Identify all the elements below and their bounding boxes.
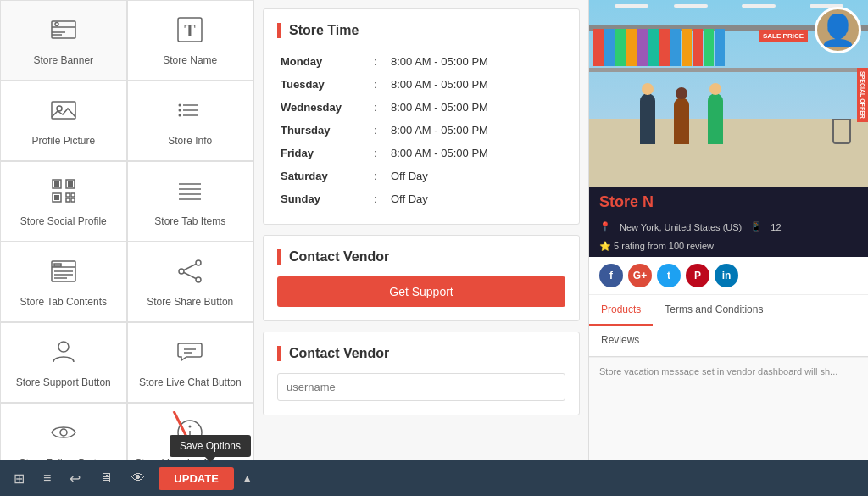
svg-rect-22: [71, 193, 75, 197]
svg-point-2: [55, 23, 58, 26]
vacation-message-preview: Store vacation message set in vendor das…: [589, 357, 868, 460]
svg-rect-16: [54, 181, 59, 187]
svg-rect-23: [66, 198, 70, 202]
eye-toolbar-icon[interactable]: 👁: [126, 467, 150, 489]
vacation-msg-text: Store vacation message set in vendor das…: [599, 366, 837, 376]
time-value: 8:00 AM - 05:00 PM: [387, 96, 565, 119]
separator: :: [370, 142, 387, 164]
sidebar-item-store-social-profile[interactable]: Store Social Profile: [0, 161, 127, 242]
table-row: Sunday : Off Day: [277, 187, 565, 210]
eye-icon: [48, 417, 79, 450]
expand-arrow[interactable]: ▲: [242, 472, 253, 484]
day-label: Tuesday: [277, 73, 370, 96]
google-plus-icon[interactable]: G+: [628, 264, 652, 287]
bottom-toolbar: ⊞ ≡ ↩ 🖥 👁 UPDATE ▲ Save Options: [0, 460, 868, 496]
separator: :: [370, 164, 387, 187]
table-row: Friday : 8:00 AM - 05:00 PM: [277, 142, 565, 164]
sidebar-item-label: Store Tab Items: [154, 215, 225, 227]
settings-icon[interactable]: ≡: [38, 467, 56, 489]
svg-point-12: [179, 104, 181, 107]
sidebar-item-label: Store Social Profile: [20, 215, 107, 227]
sidebar-item-label: Store Banner: [33, 54, 93, 66]
table-row: Wednesday : 8:00 AM - 05:00 PM: [277, 96, 565, 119]
phone-text: 12: [771, 222, 781, 232]
store-time-section: Store Time Monday : 8:00 AM - 05:00 PM T…: [263, 8, 580, 225]
time-value: 8:00 AM - 05:00 PM: [387, 50, 565, 73]
svg-rect-7: [52, 102, 75, 119]
rating-text: 5 rating from 100 review: [614, 241, 714, 251]
location-icon: 📍: [599, 221, 611, 232]
sidebar-item-store-follow-button[interactable]: Store Follow Button: [0, 403, 127, 460]
table-row: Thursday : 8:00 AM - 05:00 PM: [277, 119, 565, 142]
store-name-text: Store N: [599, 193, 654, 210]
sidebar-item-store-banner[interactable]: Store Banner: [0, 0, 127, 81]
sidebar-item-profile-picture[interactable]: Profile Picture: [0, 81, 127, 161]
tab-terms[interactable]: Terms and Conditions: [653, 295, 775, 326]
day-label: Saturday: [277, 164, 370, 187]
sidebar-item-store-tab-items[interactable]: Store Tab Items: [127, 161, 254, 242]
svg-point-35: [196, 260, 201, 265]
support-icon: [48, 337, 79, 370]
store-tabs-bar-2: Reviews: [589, 326, 868, 357]
monitor-icon[interactable]: 🖥: [94, 467, 118, 489]
twitter-icon[interactable]: t: [657, 264, 681, 287]
sidebar-item-store-info[interactable]: Store Info: [127, 81, 254, 161]
svg-rect-24: [71, 198, 75, 202]
layers-icon[interactable]: ⊞: [8, 467, 30, 490]
svg-point-36: [179, 269, 184, 274]
tab-reviews[interactable]: Reviews: [589, 326, 651, 356]
svg-rect-31: [54, 264, 61, 266]
sidebar-item-store-name[interactable]: T Store Name: [127, 0, 254, 81]
svg-point-40: [58, 342, 69, 352]
username-field[interactable]: [277, 373, 565, 401]
store-name-bar: Store N: [589, 187, 868, 218]
svg-line-38: [184, 265, 196, 270]
save-options-label: Save Options: [180, 440, 241, 452]
time-value: Off Day: [387, 187, 565, 210]
sidebar-item-store-support-button[interactable]: Store Support Button: [0, 322, 127, 403]
text-icon: T: [175, 14, 205, 47]
day-label: Sunday: [277, 187, 370, 210]
store-time-title: Store Time: [277, 23, 565, 38]
time-value: 8:00 AM - 05:00 PM: [387, 142, 565, 164]
tabs-icon: [175, 176, 205, 209]
sidebar-item-label: Store Name: [163, 54, 217, 66]
update-button[interactable]: UPDATE: [159, 467, 233, 490]
svg-point-13: [179, 109, 181, 112]
sidebar-item-label: Store Live Chat Button: [139, 376, 242, 388]
separator: :: [370, 119, 387, 142]
svg-rect-18: [68, 181, 73, 187]
save-options-tooltip: Save Options: [170, 435, 251, 457]
table-row: Tuesday : 8:00 AM - 05:00 PM: [277, 73, 565, 96]
sidebar-item-label: Store Share Button: [147, 296, 233, 308]
time-value: 8:00 AM - 05:00 PM: [387, 119, 565, 142]
main-area: Store Banner T Store Name: [0, 0, 868, 460]
svg-line-39: [184, 273, 196, 279]
right-panel: 👤 SALE PRICE SPECIAL OFFER Store N 📍 New…: [588, 0, 868, 460]
pinterest-icon[interactable]: P: [686, 264, 709, 287]
sidebar-item-label: Store Support Button: [16, 376, 111, 388]
sidebar-item-store-tab-contents[interactable]: Store Tab Contents: [0, 242, 127, 322]
rating-bar: ⭐ 5 rating from 100 review: [589, 239, 868, 257]
qr-icon: [48, 176, 79, 209]
collapse-button[interactable]: ◀: [253, 214, 254, 248]
store-time-table: Monday : 8:00 AM - 05:00 PM Tuesday : 8:…: [277, 50, 565, 210]
facebook-icon[interactable]: f: [599, 264, 623, 287]
undo-icon[interactable]: ↩: [64, 467, 86, 490]
tab-content-icon: [48, 256, 79, 289]
linkedin-icon[interactable]: in: [715, 264, 738, 287]
svg-point-37: [196, 277, 201, 282]
sidebar-item-store-live-chat-button[interactable]: Store Live Chat Button: [127, 322, 254, 403]
image-icon: [48, 95, 79, 128]
day-label: Monday: [277, 50, 370, 73]
get-support-button[interactable]: Get Support: [277, 276, 565, 307]
sidebar-item-store-share-button[interactable]: Store Share Button: [127, 242, 254, 322]
svg-point-14: [179, 114, 181, 117]
table-row: Monday : 8:00 AM - 05:00 PM: [277, 50, 565, 73]
time-value: Off Day: [387, 164, 565, 187]
svg-rect-20: [54, 195, 59, 200]
separator: :: [370, 50, 387, 73]
time-value: 8:00 AM - 05:00 PM: [387, 73, 565, 96]
star-icon: ⭐: [599, 241, 611, 251]
tab-products[interactable]: Products: [589, 295, 653, 326]
